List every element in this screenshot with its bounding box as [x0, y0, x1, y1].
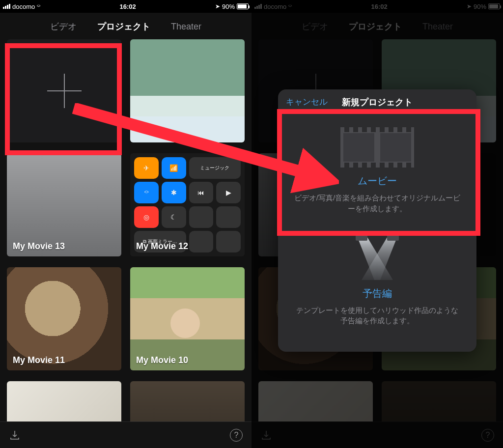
import-icon[interactable] [9, 429, 21, 441]
project-thumbnail [258, 381, 373, 421]
tab-video[interactable]: ビデオ [302, 21, 328, 32]
status-time: 16:02 [119, 3, 136, 10]
bottom-toolbar: ? [0, 421, 252, 448]
film-icon [340, 127, 414, 168]
wifi-icon: ⌔ [288, 3, 292, 10]
battery-pct: 90% [222, 3, 235, 10]
svg-rect-3 [387, 235, 399, 241]
cc-tile [189, 206, 214, 228]
tab-projects[interactable]: プロジェクト [349, 21, 402, 32]
help-icon[interactable]: ? [481, 429, 494, 442]
spotlight-icon [348, 235, 407, 282]
project-grid: My Movie 13 ✈︎ 📶 ミュージック ⌔ ✱ ⏮ ▶ ◎ ☾ ⧉ 画面… [0, 39, 252, 421]
project-thumbnail [130, 381, 245, 421]
cc-tile [216, 231, 241, 252]
carrier-label: docomo [12, 3, 35, 10]
project-tile[interactable] [7, 381, 121, 421]
project-tile[interactable]: My Movie 10 [130, 267, 245, 370]
project-label: My Movie 10 [136, 355, 188, 365]
battery-icon [488, 3, 500, 9]
option-trailer-desc: テンプレートを使用してハリウッド作品のような予告編を作成します。 [293, 305, 462, 327]
project-tile[interactable]: My Movie 11 [7, 267, 121, 370]
status-time: 16:02 [371, 3, 387, 10]
project-label: My Movie 11 [13, 355, 65, 365]
help-icon[interactable]: ? [230, 429, 243, 442]
cancel-button[interactable]: キャンセル [286, 96, 328, 108]
option-movie-desc: ビデオ/写真/音楽を組み合わせてオリジナルムービーを作成します。 [293, 193, 462, 214]
location-icon: ➤ [215, 3, 220, 10]
project-tile[interactable]: My Movie 13 [7, 153, 121, 256]
cc-dnd-icon: ☾ [162, 206, 186, 228]
tab-video[interactable]: ビデオ [50, 21, 77, 32]
svg-rect-2 [356, 235, 367, 241]
phone-left: docomo ⌔ 16:02 ➤ 90% ビデオ プロジェクト Theater … [0, 0, 252, 448]
option-movie[interactable]: ムービー ビデオ/写真/音楽を組み合わせてオリジナルムービーを作成します。 [278, 116, 476, 226]
location-icon: ➤ [467, 3, 472, 10]
phone-right: docomo ⌔ 16:02 ➤ 90% ビデオ プロジェクト Theater … [252, 0, 503, 448]
cc-record-icon: ◎ [134, 206, 159, 228]
wifi-icon: ⌔ [37, 3, 40, 10]
option-trailer[interactable]: 予告編 テンプレートを使用してハリウッド作品のような予告編を作成します。 [278, 224, 476, 338]
plus-icon [47, 74, 82, 108]
project-tile[interactable]: ✈︎ 📶 ミュージック ⌔ ✱ ⏮ ▶ ◎ ☾ ⧉ 画面ミラー… My Movi… [130, 153, 245, 256]
import-icon[interactable] [260, 429, 272, 441]
new-project-sheet: キャンセル 新規プロジェクト ムービー ビデオ/写真/音楽を組み合わせてオリジナ… [278, 89, 476, 352]
project-tile[interactable] [382, 381, 496, 421]
top-tabs: ビデオ プロジェクト Theater [0, 13, 252, 39]
tab-theater[interactable]: Theater [171, 22, 201, 32]
help-glyph: ? [234, 431, 239, 440]
tab-theater[interactable]: Theater [422, 22, 453, 32]
project-thumbnail [130, 39, 245, 142]
project-tile[interactable] [130, 39, 245, 142]
battery-icon [237, 3, 249, 9]
status-bar: docomo ⌔ 16:02 ➤ 90% [0, 0, 252, 13]
project-tile[interactable] [258, 381, 373, 421]
cc-cell-icon: 📶 [162, 157, 186, 179]
signal-icon [3, 4, 10, 9]
help-glyph: ? [486, 431, 490, 440]
new-project-tile[interactable] [7, 39, 121, 142]
cc-tile [189, 231, 214, 252]
cc-bluetooth-icon: ✱ [162, 182, 186, 203]
cc-play-icon: ▶ [216, 182, 241, 203]
project-thumbnail [382, 381, 496, 421]
sheet-title: 新規プロジェクト [342, 96, 413, 108]
project-thumbnail [7, 381, 121, 421]
option-trailer-title: 予告編 [293, 287, 462, 300]
cc-wifi-icon: ⌔ [134, 182, 159, 203]
cc-prev-icon: ⏮ [189, 182, 214, 203]
cc-music-label: ミュージック [189, 157, 241, 179]
project-tile[interactable] [130, 381, 245, 421]
tab-projects[interactable]: プロジェクト [97, 21, 150, 32]
status-bar: docomo ⌔ 16:02 ➤ 90% [252, 0, 503, 13]
project-label: My Movie 13 [13, 241, 65, 252]
carrier-label: docomo [264, 3, 286, 10]
signal-icon [254, 4, 262, 9]
project-label: My Movie 12 [136, 241, 188, 252]
top-tabs: ビデオ プロジェクト Theater [252, 13, 503, 39]
option-movie-title: ムービー [293, 174, 462, 188]
battery-pct: 90% [474, 3, 486, 10]
bottom-toolbar: ? [252, 421, 503, 448]
cc-airplane-icon: ✈︎ [134, 157, 159, 179]
cc-tile [216, 206, 241, 228]
